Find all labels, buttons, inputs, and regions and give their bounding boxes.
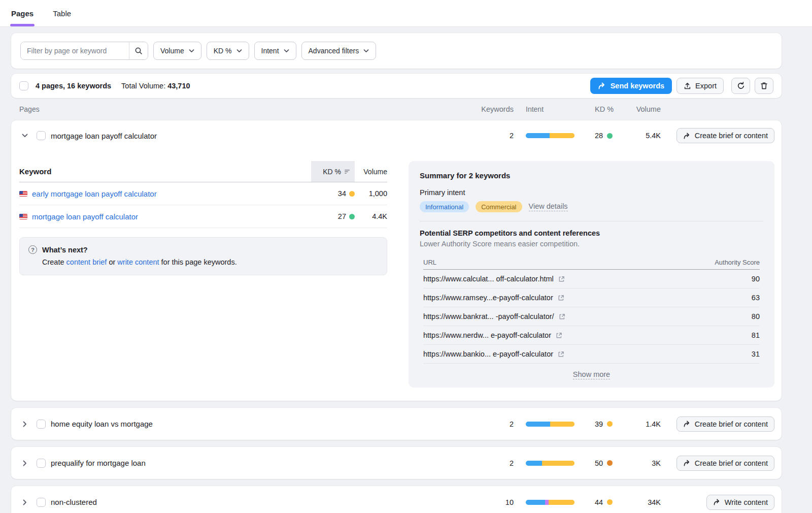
row-action-label: Write content [725, 498, 768, 506]
tab-table[interactable]: Table [53, 0, 71, 26]
volume-value: 1,000 [355, 189, 387, 198]
intent-badges: Informational Commercial View details [420, 201, 763, 212]
send-arrow-icon [713, 499, 721, 505]
total-volume-value: 43,710 [167, 82, 190, 90]
filter-dropdown-advanced-filters[interactable]: Advanced filters [301, 42, 377, 60]
row-action-button[interactable]: Create brief or content [676, 416, 774, 432]
page-row[interactable]: home equity loan vs mortgage 2 39 1.4K C… [11, 408, 782, 440]
send-arrow-icon [683, 460, 691, 466]
expand-chevron-right-icon[interactable] [19, 421, 30, 427]
keyword-link[interactable]: early mortgage loan payoff calculator [32, 189, 157, 198]
authority-score-value: 81 [704, 331, 760, 339]
authority-score-column-label: Authority Score [704, 259, 760, 266]
url-text: https://www.nerdw... e-payoff-calculator [423, 331, 551, 339]
keywords-count: 2 [481, 132, 514, 140]
page-checkbox[interactable] [37, 420, 46, 429]
intent-segment-commercial [550, 133, 574, 138]
url-table: URL Authority Score https://www.calculat… [420, 255, 763, 378]
column-kd: KD % [582, 105, 625, 113]
table-header: Pages Keywords Intent KD % Volume [11, 98, 782, 120]
total-volume: Total Volume:43,710 [121, 82, 190, 90]
us-flag-icon [19, 191, 27, 197]
expand-chevron-right-icon[interactable] [19, 499, 30, 505]
page-row[interactable]: prequalify for mortgage loan 2 50 3K Cre… [11, 447, 782, 479]
dropdown-label: KD % [214, 47, 232, 55]
keyword-rows: early mortgage loan payoff calculator341… [19, 182, 387, 228]
row-action-button[interactable]: Create brief or content [676, 456, 774, 471]
kd-column-label: KD % [323, 168, 341, 176]
intent-segment-commercial [549, 500, 574, 505]
url-row: https://www.bankrat... -payoff-calculato… [423, 307, 760, 326]
search-button[interactable] [129, 42, 148, 59]
tab-pages[interactable]: Pages [11, 0, 33, 26]
url-text: https://www.bankio... e-payoff-calculato… [423, 350, 553, 358]
total-volume-label: Total Volume: [121, 82, 165, 90]
kd-value: 34 [338, 189, 346, 198]
authority-score-value: 80 [704, 312, 760, 320]
send-keywords-label: Send keywords [611, 82, 664, 90]
export-label: Export [695, 82, 717, 90]
volume-value: 5.4K [625, 132, 661, 140]
export-button[interactable]: Export [676, 78, 724, 94]
kd-dot [607, 133, 613, 139]
write-content-link[interactable]: write content [117, 258, 159, 266]
intent-segment-informational [526, 422, 550, 427]
url-row: https://www.nerdw... e-payoff-calculator… [423, 326, 760, 345]
row-action-label: Create brief or content [695, 459, 768, 467]
volume-value: 4.4K [355, 212, 387, 220]
refresh-icon [737, 82, 745, 90]
page-card: prequalify for mortgage loan 2 50 3K Cre… [11, 447, 782, 479]
external-link-icon[interactable] [556, 332, 562, 339]
keyword-table: Keyword KD % Volume early mortgage loan … [19, 161, 387, 388]
kd-value: 39 [595, 420, 603, 428]
panel-divider [420, 221, 763, 221]
keyword-link[interactable]: mortgage loan payoff calculator [32, 212, 138, 221]
search-input[interactable] [21, 42, 129, 59]
external-link-icon[interactable] [559, 313, 565, 320]
show-more-link[interactable]: Show more [573, 370, 610, 379]
url-column-label: URL [423, 259, 704, 266]
kd-value: 44 [595, 498, 603, 506]
page-checkbox[interactable] [37, 498, 46, 507]
filter-dropdown-kd-[interactable]: KD % [207, 42, 249, 60]
create-brief-button[interactable]: Create brief or content [676, 128, 774, 143]
filter-dropdown-intent[interactable]: Intent [254, 42, 296, 60]
chevron-down-icon [189, 49, 194, 53]
select-all-checkbox[interactable] [19, 81, 28, 90]
row-action-button[interactable]: Write content [706, 495, 774, 510]
view-details-link[interactable]: View details [529, 202, 568, 211]
intent-segment-informational [526, 133, 550, 138]
summary-title: Summary for 2 keywords [420, 171, 763, 180]
page-card-expanded: mortgage loan payoff calculator 2 28 5.4… [11, 120, 782, 401]
authority-score-value: 31 [704, 350, 760, 358]
page-checkbox[interactable] [37, 131, 46, 140]
competitors-subtitle: Lower Authority Score means easier compe… [420, 240, 763, 248]
external-link-icon[interactable] [558, 295, 564, 301]
tab-table-label: Table [53, 9, 71, 18]
filter-dropdown-volume[interactable]: Volume [153, 42, 201, 60]
kd-value: 27 [338, 212, 346, 220]
keywords-count: 2 [481, 420, 514, 428]
content-brief-link[interactable]: content brief [66, 258, 107, 266]
column-intent: Intent [514, 105, 582, 113]
column-pages: Pages [19, 105, 481, 113]
expand-chevron-right-icon[interactable] [19, 460, 30, 466]
send-keywords-button[interactable]: Send keywords [590, 78, 672, 94]
keyword-row: early mortgage loan payoff calculator341… [19, 182, 387, 205]
refresh-button[interactable] [731, 78, 750, 94]
badge-informational: Informational [420, 201, 469, 212]
external-link-icon[interactable] [558, 276, 565, 282]
kd-sort-header[interactable]: KD % [311, 161, 355, 182]
badge-commercial: Commercial [476, 201, 522, 212]
kd-dot [349, 191, 355, 197]
page-row[interactable]: non-clustered 10 44 34K Write content [11, 486, 782, 513]
primary-intent-label: Primary intent [420, 188, 763, 197]
page-checkbox[interactable] [37, 459, 46, 468]
page-card: home equity loan vs mortgage 2 39 1.4K C… [11, 408, 782, 440]
external-link-icon[interactable] [558, 351, 564, 358]
page-card: non-clustered 10 44 34K Write content [11, 486, 782, 513]
page-row[interactable]: mortgage loan payoff calculator 2 28 5.4… [11, 120, 782, 151]
delete-button[interactable] [755, 78, 773, 94]
collapse-chevron-down-icon[interactable] [19, 134, 30, 138]
page-title: prequalify for mortgage loan [51, 459, 146, 467]
